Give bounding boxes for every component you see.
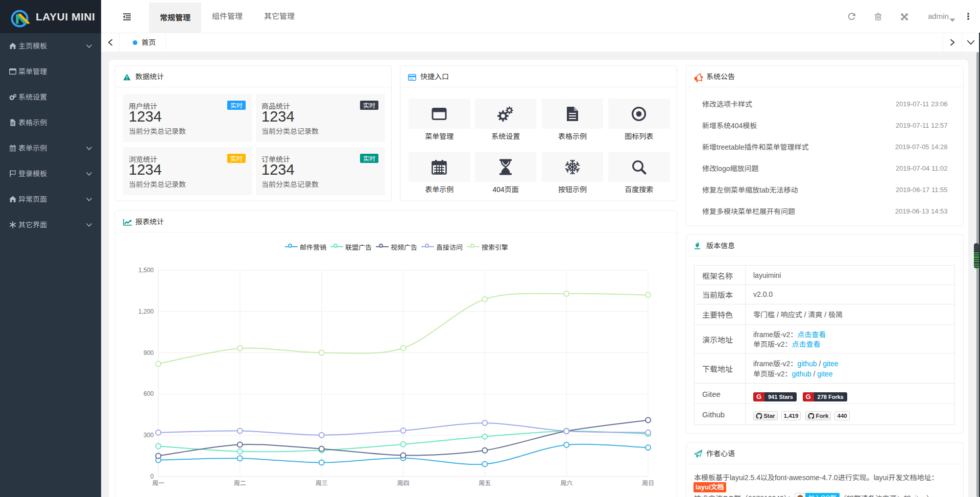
svg-text:1,500: 1,500	[138, 267, 154, 274]
svg-text:周一: 周一	[152, 479, 164, 486]
svg-text:周三: 周三	[316, 479, 328, 486]
svg-text:周四: 周四	[397, 479, 409, 486]
svg-text:周日: 周日	[642, 479, 654, 486]
svg-text:900: 900	[144, 349, 154, 356]
svg-text:1,200: 1,200	[138, 307, 154, 315]
svg-text:周二: 周二	[234, 479, 246, 486]
svg-text:600: 600	[144, 390, 154, 397]
svg-text:300: 300	[144, 432, 154, 439]
svg-text:周六: 周六	[560, 479, 572, 486]
svg-text:周五: 周五	[479, 479, 491, 486]
